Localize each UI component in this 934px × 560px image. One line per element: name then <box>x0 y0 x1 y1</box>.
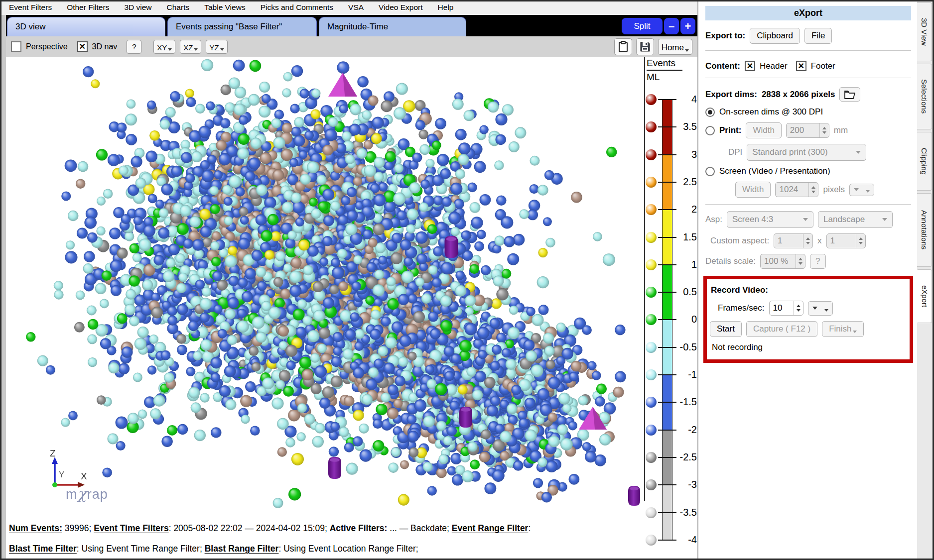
status-segment: Event Time Filters <box>94 523 168 533</box>
view-tab-2[interactable]: Events passing "Base Filter" <box>167 17 317 36</box>
legend-sphere <box>646 507 657 518</box>
aspect-label: Asp: <box>705 215 722 224</box>
dpi-label: DPI <box>728 147 742 157</box>
view-yz-button[interactable]: YZ <box>206 40 227 54</box>
spinner <box>796 254 805 268</box>
check-icon: ✕ <box>747 62 753 70</box>
chevron-down-icon <box>854 188 859 191</box>
legend-tick-label: -4 <box>676 534 697 546</box>
menu-item-charts[interactable]: Charts <box>167 3 190 12</box>
legend-tick-label: 4 <box>676 94 697 105</box>
legend-title: Events <box>647 58 682 71</box>
legend-sphere <box>646 479 657 490</box>
3d-scatter-canvas[interactable] <box>6 57 644 520</box>
chevron-down-icon <box>856 151 861 154</box>
spinner <box>856 234 865 248</box>
events-legend: Events ML 43.532.521.510.50-0.5-1-1.5-2-… <box>644 57 697 560</box>
fps-input[interactable] <box>770 301 794 315</box>
status-segment: : Using Event Time Range Filter; <box>77 544 205 554</box>
export-panel: eXport Export to: Clipboard File Content… <box>698 0 917 560</box>
fps-preset-dropdown[interactable] <box>808 301 833 316</box>
side-tab-annotations[interactable]: Annotations <box>917 193 932 267</box>
view-xy-button[interactable]: XY <box>153 40 175 54</box>
spinner-up-icon <box>806 237 810 240</box>
help-button[interactable]: ? <box>127 40 141 54</box>
legend-tick <box>658 292 676 293</box>
dpi-dropdown: Standard print (300) <box>747 144 866 161</box>
onscreen-dims-radio[interactable] <box>705 108 715 117</box>
header-checkbox[interactable]: ✕ <box>745 61 755 71</box>
print-width-input <box>787 123 819 137</box>
side-tab-selections[interactable]: Selections <box>917 64 932 129</box>
spinner-down-icon <box>822 131 826 134</box>
side-tab-clipping[interactable]: Clipping <box>917 132 932 191</box>
save-image-button[interactable] <box>636 38 654 55</box>
orientation-dropdown: Landscape <box>818 211 893 228</box>
legend-sphere <box>646 94 657 105</box>
menu-item-3d-view[interactable]: 3D view <box>124 3 151 12</box>
status-segment: Num Events: <box>9 523 62 533</box>
export-panel-title: eXport <box>705 6 911 20</box>
add-tab-button[interactable]: + <box>680 18 695 34</box>
home-button[interactable]: Home <box>658 39 692 55</box>
legend-tick-label: 1.5 <box>676 231 697 243</box>
menu-item-vsa[interactable]: VSA <box>348 3 364 12</box>
print-radio[interactable] <box>705 126 715 135</box>
screen-width-input <box>776 183 808 197</box>
legend-tick <box>658 182 676 183</box>
print-width-spinner <box>819 123 829 137</box>
chevron-down-icon <box>685 49 689 52</box>
screen-width-spinner <box>808 183 818 197</box>
view-tab-1[interactable]: 3D view <box>7 17 165 36</box>
start-recording-button[interactable]: Start <box>710 321 742 337</box>
menu-item-picks-and-comments[interactable]: Picks and Comments <box>261 3 333 12</box>
legend-tick <box>658 264 676 265</box>
menu-item-table-views[interactable]: Table Views <box>204 3 245 12</box>
menu-item-video-export[interactable]: Video Export <box>379 3 422 12</box>
menu-item-help[interactable]: Help <box>438 3 454 12</box>
legend-tick-label: 0 <box>676 314 697 325</box>
3d-nav-checkbox[interactable]: ✕ <box>77 41 88 52</box>
footer-checkbox[interactable]: ✕ <box>796 61 806 71</box>
mxrap-logo: mχrap <box>66 485 108 502</box>
screen-width-button: Width <box>735 182 771 198</box>
legend-sphere <box>646 342 657 353</box>
legend-tick <box>658 374 676 375</box>
print-label: Print: <box>719 125 741 135</box>
capture-frame-button: Capture ( F12 ) <box>746 321 817 337</box>
spinner-down-icon <box>799 262 802 265</box>
spinner-down-icon <box>806 242 810 244</box>
side-tab-3d-view[interactable]: 3D View <box>917 2 932 61</box>
view-tab-3[interactable]: Magnitude-Time <box>319 17 466 36</box>
menu-item-event-filters[interactable]: Event Filters <box>9 3 52 12</box>
menu-bar: Event FiltersOther Filters3D viewChartsT… <box>0 0 706 15</box>
legend-sphere <box>646 369 657 380</box>
side-tab-export[interactable]: eXport <box>917 269 932 323</box>
custom-aspect-w-input <box>774 234 803 248</box>
export-file-button[interactable]: File <box>804 28 832 44</box>
spinner-up-icon <box>811 186 815 189</box>
legend-sphere <box>646 177 657 188</box>
3d-view-area: Z Y X mχrap <box>6 57 644 520</box>
copy-to-clipboard-button[interactable] <box>614 38 632 55</box>
legend-tick <box>658 99 676 100</box>
screen-radio[interactable] <box>705 167 715 176</box>
view-xz-button[interactable]: XZ <box>180 40 201 54</box>
screen-width-field <box>775 182 818 197</box>
export-clipboard-button[interactable]: Clipboard <box>750 28 800 44</box>
legend-sphere <box>646 149 657 160</box>
fps-field[interactable] <box>769 301 803 316</box>
status-segment: : Using Event Location Range Filter; <box>278 544 418 554</box>
folder-icon <box>844 90 856 99</box>
chevron-down-icon <box>168 48 172 51</box>
perspective-checkbox[interactable] <box>11 41 21 52</box>
legend-tick <box>658 512 676 513</box>
minimize-tab-button[interactable]: – <box>664 18 679 34</box>
menu-item-other-filters[interactable]: Other Filters <box>67 3 109 12</box>
fps-spinner[interactable] <box>794 301 803 315</box>
status-segment: Blast Range Filter <box>205 544 279 554</box>
legend-sphere <box>646 425 657 436</box>
open-folder-button[interactable] <box>839 87 860 102</box>
split-button[interactable]: Split <box>622 18 663 34</box>
save-icon <box>640 41 651 52</box>
